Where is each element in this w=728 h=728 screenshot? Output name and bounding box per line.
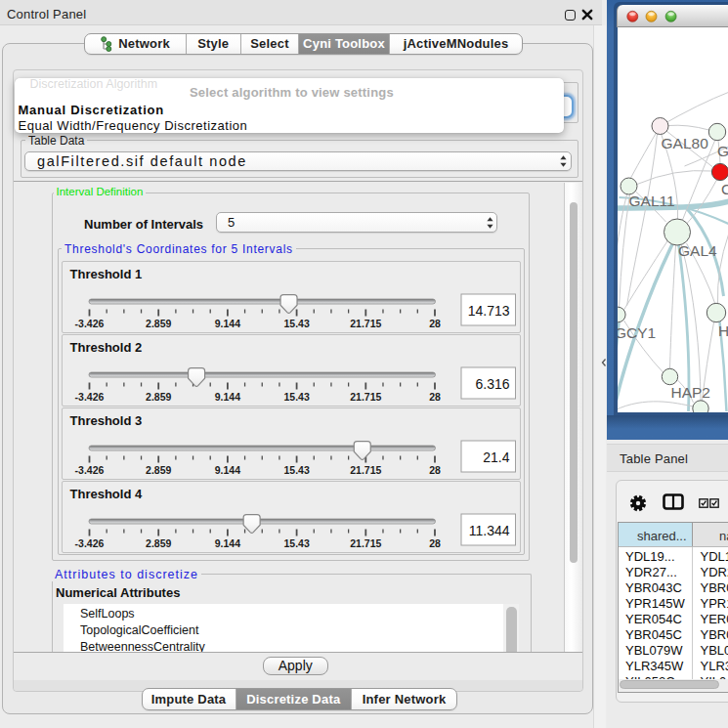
- svg-text:21.715: 21.715: [350, 464, 381, 476]
- svg-text:15.43: 15.43: [283, 464, 309, 476]
- svg-text:2.859: 2.859: [146, 318, 171, 329]
- svg-text:9.144: 9.144: [214, 318, 239, 329]
- svg-text:28: 28: [429, 391, 441, 403]
- svg-text:28: 28: [429, 537, 441, 549]
- svg-text:Threshold 2: Threshold 2: [69, 340, 142, 355]
- svg-text:Threshold 4: Threshold 4: [69, 487, 142, 501]
- svg-text:9.144: 9.144: [214, 537, 239, 549]
- svg-text:6.316: 6.316: [475, 376, 509, 392]
- svg-text:C: C: [721, 181, 728, 197]
- svg-text:2.859: 2.859: [146, 537, 171, 549]
- svg-text:Threshold 3: Threshold 3: [69, 413, 142, 428]
- svg-text:‑3.426: ‑3.426: [74, 464, 104, 476]
- svg-text:2.859: 2.859: [146, 391, 171, 403]
- svg-text:GA: GA: [717, 143, 728, 159]
- svg-text:11.344: 11.344: [468, 523, 509, 538]
- svg-text:‑3.426: ‑3.426: [74, 537, 104, 549]
- svg-text:28: 28: [429, 464, 441, 476]
- svg-text:21.4: 21.4: [483, 450, 509, 465]
- svg-text:21.715: 21.715: [350, 537, 381, 549]
- svg-text:H: H: [718, 322, 728, 339]
- svg-text:9.144: 9.144: [214, 464, 239, 476]
- svg-text:Threshold 1: Threshold 1: [69, 267, 142, 281]
- svg-text:HAP2: HAP2: [670, 384, 710, 401]
- svg-text:GAL4: GAL4: [678, 242, 717, 259]
- svg-text:GAL80: GAL80: [661, 135, 708, 151]
- svg-text:15.43: 15.43: [283, 537, 309, 549]
- svg-text:‑3.426: ‑3.426: [74, 391, 104, 403]
- svg-text:GCY1: GCY1: [618, 324, 656, 341]
- svg-text:GAL11: GAL11: [628, 193, 674, 209]
- svg-text:14.713: 14.713: [467, 303, 509, 319]
- svg-text:2.859: 2.859: [146, 464, 171, 476]
- svg-text:15.43: 15.43: [283, 391, 309, 403]
- svg-text:21.715: 21.715: [350, 318, 381, 329]
- svg-text:9.144: 9.144: [214, 391, 239, 403]
- svg-text:21.715: 21.715: [350, 391, 381, 403]
- svg-text:15.43: 15.43: [283, 318, 309, 329]
- svg-text:‑3.426: ‑3.426: [74, 318, 104, 329]
- svg-text:28: 28: [429, 318, 441, 329]
